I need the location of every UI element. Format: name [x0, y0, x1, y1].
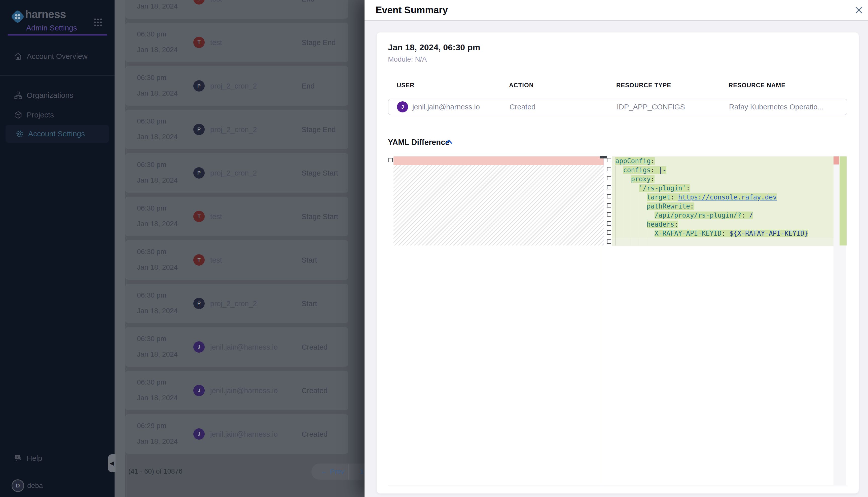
row-action: End — [302, 82, 315, 90]
yaml-key: target — [647, 194, 670, 201]
yaml-key: '/rs-plugin' — [639, 184, 686, 192]
row-time: 06:30 pm — [137, 30, 166, 38]
close-icon — [855, 6, 863, 14]
diff-gutter-marker[interactable] — [607, 212, 611, 216]
harness-logo-icon — [11, 10, 25, 24]
row-user: jenil.jain@harness.io — [210, 386, 278, 395]
indent-guide — [639, 166, 639, 245]
collapse-arrow-icon: ◀ — [110, 460, 114, 466]
event-card: Jan 18, 2024, 06:30 pm Module: N/A USER … — [376, 32, 859, 494]
row-user: proj_2_cron_2 — [210, 125, 257, 134]
event-summary-drawer: Event Summary Jan 18, 2024, 06:30 pm Mod… — [364, 0, 868, 497]
diff-gutter-marker[interactable] — [607, 221, 611, 226]
row-user: test — [210, 212, 222, 221]
diff-gutter-marker[interactable] — [607, 176, 611, 180]
page-gutter — [114, 0, 125, 497]
yaml-difference-label: YAML Difference — [388, 138, 450, 146]
avatar: T — [193, 254, 205, 266]
diff-gutter-marker[interactable] — [607, 230, 611, 235]
column-header-user: USER — [397, 82, 415, 89]
row-time: 06:30 pm — [137, 161, 166, 169]
user-name[interactable]: deba — [27, 479, 43, 492]
gear-icon — [16, 130, 24, 138]
sidebar-item-projects[interactable]: Projects — [0, 108, 114, 122]
row-date: Jan 18, 2024 — [137, 307, 178, 315]
sidebar-item-label: Organizations — [27, 88, 73, 102]
close-button[interactable] — [853, 4, 865, 16]
diff-gutter-marker[interactable] — [607, 185, 611, 189]
row-user: proj_2_cron_2 — [210, 169, 257, 177]
code-line: target: https://console.rafay.dev — [612, 193, 833, 202]
row-action: End — [302, 0, 315, 3]
audit-row[interactable]: 06:30 pmJan 18, 2024TtestStart — [125, 240, 348, 280]
column-header-resource-name: RESOURCE NAME — [729, 82, 785, 89]
row-user: test — [210, 0, 222, 3]
diff-gutter-marker[interactable] — [607, 239, 611, 244]
page-number-button[interactable]: 1 — [357, 464, 364, 480]
yaml-key: proxy — [631, 175, 650, 183]
pagination-divider — [348, 464, 349, 480]
row-user: jenil.jain@harness.io — [210, 343, 278, 351]
audit-row[interactable]: 06:30 pmJan 18, 2024Pproj_2_cron_2End — [125, 66, 348, 105]
sidebar-item-help[interactable]: ? Help — [0, 451, 114, 465]
pagination-range: (41 - 60) of 10876 — [128, 468, 182, 475]
diff-gutter-marker[interactable] — [607, 194, 611, 198]
code-line: '/rs-plugin': — [612, 184, 833, 193]
diff-gutter-marker[interactable] — [607, 167, 611, 171]
row-action: Stage End — [302, 38, 335, 47]
diff-gutter-marker[interactable] — [607, 158, 611, 162]
app-grid-icon[interactable] — [93, 18, 103, 27]
row-date: Jan 18, 2024 — [137, 263, 178, 271]
audit-row[interactable]: 06:30 pmJan 18, 2024TtestStage Start — [125, 197, 348, 236]
changed-token: proxy: — [631, 175, 655, 183]
sidebar-item-account-settings[interactable]: Account Settings — [5, 125, 109, 143]
avatar: T — [193, 211, 205, 222]
yaml-value: |- — [659, 166, 666, 174]
row-user: proj_2_cron_2 — [210, 82, 257, 90]
prev-page-button[interactable]: ← Prev — [321, 464, 344, 480]
indent-guide — [615, 166, 616, 245]
row-date: Jan 18, 2024 — [137, 350, 178, 358]
collapse-section-button[interactable] — [445, 139, 453, 145]
row-action: Created — [302, 386, 328, 395]
yaml-key: appConfig — [615, 157, 651, 165]
changed-token: appConfig: — [615, 157, 655, 165]
sidebar-item-account-overview[interactable]: Account Overview — [0, 49, 114, 63]
audit-row[interactable]: 06:30 pmJan 18, 2024Pproj_2_cron_2Stage … — [125, 153, 348, 193]
user-avatar[interactable]: D — [12, 479, 24, 492]
column-header-resource-type: RESOURCE TYPE — [616, 82, 671, 89]
audit-row[interactable]: 06:30 pmJan 18, 2024Pproj_2_cron_2Start — [125, 284, 348, 323]
row-time: 06:30 pm — [137, 248, 166, 256]
audit-row[interactable]: 06:30 pmJan 18, 2024Jjenil.jain@harness.… — [125, 327, 348, 367]
audit-row[interactable]: 06:30 pmJan 18, 2024Pproj_2_cron_2Stage … — [125, 110, 348, 149]
code-line: appConfig: — [612, 156, 833, 166]
row-date: Jan 18, 2024 — [137, 2, 178, 10]
app-root: harness Admin Settings Account Overview … — [0, 0, 868, 497]
audit-row[interactable]: 06:30 pmJan 18, 2024Jjenil.jain@harness.… — [125, 371, 348, 410]
yaml-link[interactable]: https://console.rafay.dev — [678, 194, 776, 201]
row-date: Jan 18, 2024 — [137, 133, 178, 141]
sidebar-item-label: Help — [27, 451, 42, 465]
diff-pane-divider — [604, 156, 604, 485]
sidebar-item-label: Account Settings — [28, 125, 85, 143]
sidebar-item-label: Account Overview — [27, 49, 87, 63]
yaml-value: ${X-RAFAY-API-KEYID} — [729, 230, 808, 237]
diff-gutter-marker[interactable] — [388, 158, 393, 162]
sidebar-collapse-handle[interactable]: ◀ — [108, 454, 115, 472]
sidebar-item-organizations[interactable]: Organizations — [0, 88, 114, 102]
pagination-control: ← Prev 1 — [312, 464, 364, 480]
diff-gutter-marker[interactable] — [607, 203, 611, 208]
audit-row[interactable]: Jan 18, 2024TtestEnd — [125, 0, 348, 19]
changed-token: X-RAFAY-API-KEYID: ${X-RAFAY-API-KEYID} — [655, 230, 808, 237]
audit-row[interactable]: 06:30 pmJan 18, 2024TtestStage End — [125, 23, 348, 62]
home-icon — [14, 52, 22, 60]
indent-guide — [623, 166, 623, 245]
diff-splitter-handle[interactable] — [600, 156, 607, 158]
row-date: Jan 18, 2024 — [137, 89, 178, 97]
audit-row[interactable]: 06:29 pmJan 18, 2024Jjenil.jain@harness.… — [125, 414, 348, 454]
event-module: Module: N/A — [388, 56, 427, 63]
changed-token: /api/proxy/rs-plugin/?: / — [655, 212, 753, 219]
avatar: J — [193, 385, 205, 396]
row-action: Start — [302, 299, 317, 308]
code-line: X-RAFAY-API-KEYID: ${X-RAFAY-API-KEYID} — [612, 229, 833, 238]
